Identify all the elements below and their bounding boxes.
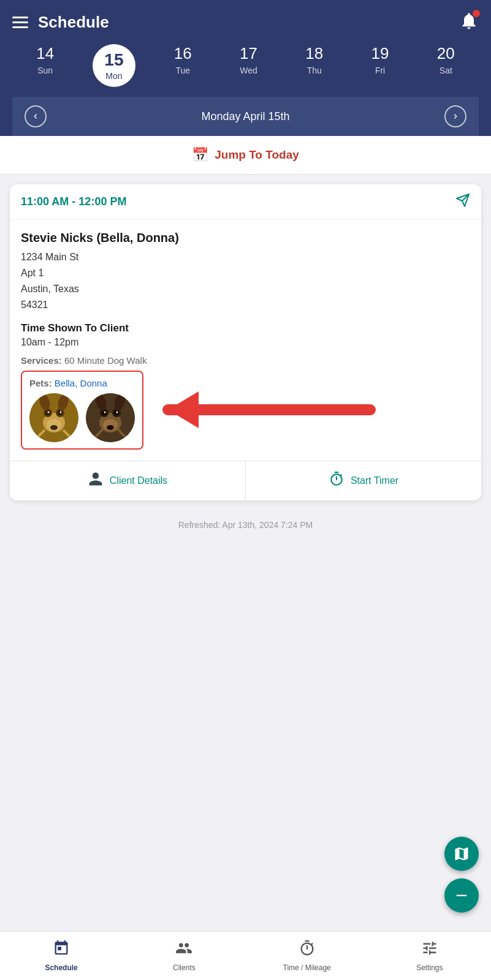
nav-settings-label: Settings [416,963,443,972]
prev-date-button[interactable] [25,105,47,127]
day-item-mon[interactable]: 15 Mon [93,44,135,87]
person-icon [88,471,104,491]
pet-avatar-bella [29,393,78,442]
pets-section: Pets: Bella, Donna [21,371,143,450]
start-timer-button[interactable]: Start Timer [246,461,481,500]
address-line-1: 1234 Main St [21,250,470,265]
appointment-time-bar: 11:00 AM - 12:00 PM [10,184,481,220]
navigate-icon[interactable] [455,193,470,211]
pets-label: Pets: Bella, Donna [29,378,135,388]
current-date-label: Monday April 15th [201,110,289,123]
pets-names[interactable]: Bella, Donna [55,378,107,388]
appointment-time: 11:00 AM - 12:00 PM [21,195,126,208]
address-line-2: Apt 1 [21,266,470,281]
map-fab-button[interactable] [444,837,479,871]
next-date-button[interactable] [444,105,466,127]
notification-badge [473,10,480,17]
time-shown-label: Time Shown To Client [21,322,470,334]
day-item-sun[interactable]: 14 Sun [27,44,64,87]
nav-schedule-label: Schedule [45,963,77,972]
pet-avatars [29,393,135,442]
svg-point-22 [116,412,118,413]
nav-item-clients[interactable]: Clients [123,932,245,980]
calendar-icon: 📅 [192,147,208,163]
svg-point-9 [48,412,50,413]
address-line-4: 54321 [21,298,470,312]
refreshed-timestamp: Refreshed: Apr 13th, 2024 7:24 PM [10,510,481,540]
time-shown-value: 10am - 12pm [21,337,470,348]
services-label: Services: [21,355,62,366]
svg-point-23 [107,425,114,430]
date-navigation: Monday April 15th [12,97,479,136]
jump-to-today-label: Jump To Today [215,148,299,162]
timer-icon [329,471,344,491]
schedule-nav-icon [53,940,70,961]
day-item-sat[interactable]: 20 Sat [427,44,464,87]
day-item-tue[interactable]: 16 Tue [164,44,201,87]
day-item-wed[interactable]: 17 Wed [230,44,267,87]
address-line-3: Austin, Texas [21,282,470,296]
day-item-fri[interactable]: 19 Fri [362,44,398,87]
svg-point-10 [60,412,62,413]
services-line: Services: 60 Minute Dog Walk [21,355,470,366]
page-title: Schedule [28,13,459,32]
pet-avatar-donna [86,393,135,442]
menu-icon[interactable] [12,17,28,28]
bottom-navigation: Schedule Clients Time / Mileage Settings [0,931,491,980]
appointment-footer: Client Details Start Timer [10,461,481,500]
clients-nav-icon [175,940,192,961]
app-header: Schedule 14 Sun 15 Mon 16 Tue 17 Wed [0,0,491,136]
svg-point-21 [104,412,106,413]
fab-container [444,837,479,913]
svg-point-11 [50,425,58,430]
day-item-thu[interactable]: 18 Thu [296,44,333,87]
minus-fab-button[interactable] [444,878,479,913]
start-timer-label: Start Timer [351,475,398,486]
nav-time-mileage-label: Time / Mileage [283,963,331,972]
services-value: 60 Minute Dog Walk [64,355,147,366]
nav-item-time-mileage[interactable]: Time / Mileage [246,932,368,980]
notification-icon[interactable] [459,11,479,33]
nav-item-schedule[interactable]: Schedule [0,932,123,980]
nav-item-settings[interactable]: Settings [368,932,491,980]
client-details-label: Client Details [110,475,167,486]
jump-to-today-button[interactable]: 📅 Jump To Today [0,136,491,175]
client-details-button[interactable]: Client Details [10,461,246,500]
svg-marker-27 [168,391,199,428]
schedule-content: 11:00 AM - 12:00 PM Stevie Nicks (Bella,… [0,175,491,549]
day-selector: 14 Sun 15 Mon 16 Tue 17 Wed 18 Thu 19 Fr… [12,44,479,97]
time-mileage-nav-icon [299,940,316,961]
settings-nav-icon [421,940,438,961]
nav-clients-label: Clients [173,963,196,972]
appointment-card: 11:00 AM - 12:00 PM Stevie Nicks (Bella,… [10,184,481,500]
appointment-body: Stevie Nicks (Bella, Donna) 1234 Main St… [10,220,481,461]
client-name: Stevie Nicks (Bella, Donna) [21,231,470,245]
